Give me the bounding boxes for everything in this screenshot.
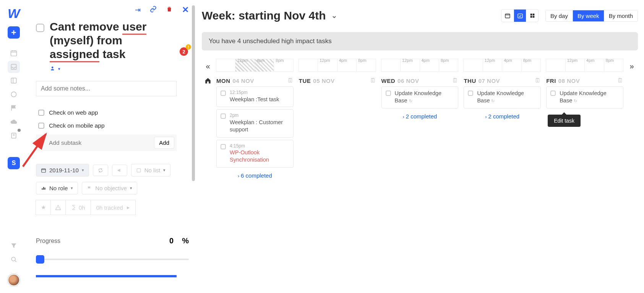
workspace-selector[interactable]: S bbox=[8, 157, 20, 169]
add-to-day-icon[interactable]: 🗓 bbox=[452, 77, 458, 84]
add-subtask-button[interactable]: Add bbox=[154, 137, 174, 149]
subtask-item[interactable]: Check on web app bbox=[36, 106, 189, 119]
panel-scrollbar[interactable] bbox=[191, 0, 196, 293]
add-subtask-input[interactable] bbox=[48, 139, 150, 147]
nav-flag-icon[interactable] bbox=[8, 102, 20, 114]
time-strip-row: 12pm 4pm 8pm 12pm 4pm 8pm bbox=[214, 59, 626, 72]
completed-link[interactable]: ›2 completed bbox=[464, 113, 541, 120]
range-by-month[interactable]: By month bbox=[604, 10, 638, 21]
task-title-row: Cant remove user (myself) from assigned … bbox=[36, 20, 189, 61]
subtask-label: Check on mobile app bbox=[49, 122, 105, 129]
progress-label: Progress bbox=[36, 238, 151, 244]
add-to-day-icon[interactable]: 🗓 bbox=[287, 77, 294, 84]
task-card-checkbox[interactable] bbox=[550, 91, 556, 96]
svg-point-2 bbox=[11, 92, 16, 97]
progress-slider[interactable] bbox=[36, 255, 189, 264]
nav-search-icon[interactable] bbox=[8, 253, 20, 265]
task-card-checkbox[interactable] bbox=[468, 91, 473, 96]
unscheduled-banner[interactable]: You have 4 unscheduled high impact tasks bbox=[202, 32, 638, 50]
time-tracked-button[interactable]: 0h tracked ▸ bbox=[91, 200, 136, 215]
main-view: Week: starting Nov 4th ⌄ By day By week … bbox=[196, 0, 644, 293]
plus-icon: + bbox=[38, 139, 44, 147]
subtask-item[interactable]: Check on mobile app bbox=[36, 119, 189, 132]
svg-rect-6 bbox=[42, 168, 46, 172]
week-next-button[interactable]: » bbox=[626, 59, 638, 71]
refresh-button[interactable] bbox=[93, 165, 108, 176]
task-title[interactable]: Cant remove user (myself) from assigned … bbox=[50, 20, 189, 61]
recurring-icon: ↻ bbox=[574, 99, 577, 103]
completed-link[interactable]: ›6 completed bbox=[216, 172, 294, 179]
home-icon[interactable] bbox=[202, 72, 214, 179]
page-title[interactable]: Week: starting Nov 4th ⌄ bbox=[202, 9, 501, 22]
objective-picker-button[interactable]: No objective▾ bbox=[82, 182, 137, 194]
nav-cloud-icon[interactable] bbox=[8, 116, 20, 128]
task-complete-checkbox[interactable] bbox=[36, 24, 44, 32]
task-card[interactable]: 4:15pmWP-Outlook Synchronisation bbox=[216, 140, 294, 168]
close-icon[interactable]: ✕ bbox=[182, 5, 189, 15]
comments-badge[interactable]: 2 ! bbox=[180, 47, 188, 56]
nav-filter-icon[interactable] bbox=[8, 240, 20, 252]
task-card-checkbox[interactable] bbox=[221, 144, 226, 149]
task-card[interactable]: Update Knowledge Base↻ bbox=[381, 86, 459, 108]
subtask-checkbox[interactable] bbox=[38, 110, 44, 116]
delete-icon[interactable] bbox=[166, 6, 173, 15]
tooltip: Edit task bbox=[548, 115, 581, 127]
progress-slider-handle[interactable] bbox=[36, 255, 44, 264]
add-to-day-icon[interactable]: 🗓 bbox=[617, 77, 623, 84]
role-picker-button[interactable]: No role▾ bbox=[36, 182, 78, 194]
recurring-icon: ↻ bbox=[491, 99, 495, 103]
week-grid: « 12pm 4pm 8pm 12pm 4pm bbox=[202, 59, 638, 179]
layout-check-icon[interactable] bbox=[514, 10, 526, 22]
subtask-checkbox[interactable] bbox=[38, 123, 44, 129]
date-picker-button[interactable]: 2019-11-10▾ bbox=[36, 164, 89, 176]
link-icon[interactable] bbox=[150, 6, 157, 15]
task-card[interactable]: 2pmWeekplan : Customer support bbox=[216, 109, 294, 137]
nav-inbox-icon[interactable] bbox=[8, 61, 20, 73]
notes-input[interactable] bbox=[36, 81, 177, 96]
layout-calendar-icon[interactable] bbox=[501, 10, 514, 22]
task-props-row-2: No role▾ No objective▾ bbox=[36, 182, 189, 194]
task-card-checkbox[interactable] bbox=[386, 91, 391, 96]
task-card[interactable]: Update Knowledge Base↻ bbox=[546, 86, 623, 108]
svg-rect-11 bbox=[530, 14, 532, 16]
add-button[interactable] bbox=[8, 26, 20, 39]
announce-button[interactable] bbox=[112, 165, 127, 176]
layout-grid-icon[interactable] bbox=[526, 10, 538, 22]
scrollbar-thumb[interactable] bbox=[192, 5, 195, 181]
task-card-checkbox[interactable] bbox=[221, 113, 226, 119]
nav-notes-icon[interactable] bbox=[8, 130, 20, 142]
add-subtask-row: + Add bbox=[36, 134, 177, 151]
warning-badge: ! bbox=[186, 44, 191, 50]
day-header-wed: WED06 NOV 🗓 bbox=[381, 77, 459, 84]
alert-button[interactable] bbox=[50, 200, 66, 215]
app-logo: W bbox=[8, 6, 20, 21]
layout-mode-group bbox=[501, 9, 539, 22]
progress-percent-symbol: % bbox=[174, 236, 189, 245]
user-avatar[interactable] bbox=[8, 274, 20, 286]
day-header-mon: MON04 NOV 🗓 bbox=[216, 77, 294, 84]
task-card-checkbox[interactable] bbox=[221, 91, 226, 96]
nav-board-icon[interactable] bbox=[8, 74, 20, 87]
range-by-day[interactable]: By day bbox=[546, 10, 573, 21]
week-prev-button[interactable]: « bbox=[202, 59, 214, 71]
list-picker-button[interactable]: No list▾ bbox=[131, 164, 171, 176]
task-card[interactable]: Update Knowledge Base↻ bbox=[464, 86, 541, 108]
nav-circle-icon[interactable] bbox=[8, 88, 20, 100]
svg-rect-7 bbox=[137, 168, 140, 172]
svg-point-5 bbox=[52, 66, 54, 68]
chevron-down-icon[interactable]: ⌄ bbox=[331, 11, 337, 20]
svg-rect-10 bbox=[518, 14, 522, 18]
range-by-week[interactable]: By week bbox=[573, 10, 604, 21]
star-button[interactable]: ★ bbox=[36, 200, 51, 215]
assign-users-button[interactable]: ▾ bbox=[36, 65, 189, 72]
add-to-day-icon[interactable]: 🗓 bbox=[370, 77, 376, 84]
task-card[interactable]: 12:15pmWeekplan :Test task bbox=[216, 86, 294, 107]
svg-rect-9 bbox=[505, 14, 510, 18]
add-to-day-icon[interactable]: 🗓 bbox=[535, 77, 541, 84]
recurring-icon: ↻ bbox=[409, 99, 412, 103]
completed-link[interactable]: ›2 completed bbox=[381, 113, 459, 120]
time-estimate-button[interactable]: 0h bbox=[65, 200, 91, 215]
subtask-list: Check on web app Check on mobile app + A… bbox=[36, 106, 189, 151]
move-icon[interactable]: ⇥ bbox=[135, 6, 141, 14]
nav-calendar-icon[interactable] bbox=[8, 47, 20, 59]
